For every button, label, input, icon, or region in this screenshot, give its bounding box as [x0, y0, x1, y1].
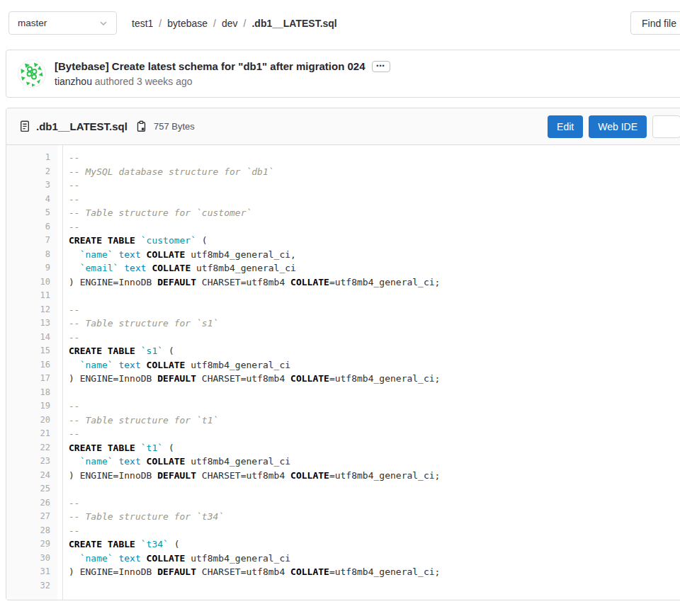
code-token: -- Table structure for `s1`: [69, 318, 218, 329]
find-file-button[interactable]: Find file: [630, 11, 680, 35]
code-token: ) ENGINE=InnoDB: [69, 470, 157, 481]
line-number[interactable]: 26: [6, 496, 57, 511]
code-token: [135, 346, 141, 356]
breadcrumb-item[interactable]: test1: [132, 18, 153, 29]
code-token: [135, 539, 141, 549]
code-line: --: [69, 331, 680, 345]
code-token: CREATE TABLE: [69, 346, 135, 356]
clipboard-icon: [136, 120, 147, 132]
code-token: [69, 249, 80, 260]
code-line: `name` text COLLATE utf8mb4_general_ci: [69, 358, 680, 372]
line-number[interactable]: 23: [6, 455, 57, 469]
line-number[interactable]: 21: [6, 427, 57, 441]
line-number[interactable]: 14: [6, 331, 57, 345]
code-token: `name`: [80, 553, 113, 564]
line-number[interactable]: 16: [6, 358, 57, 372]
line-number[interactable]: 28: [6, 524, 57, 538]
code-token: `name`: [80, 360, 113, 370]
line-number[interactable]: 8: [6, 248, 57, 262]
commit-expander-button[interactable]: •••: [372, 61, 390, 72]
code-token: CREATE TABLE: [69, 539, 135, 549]
line-number[interactable]: 29: [6, 537, 57, 552]
code-line: --: [69, 399, 680, 413]
code-token: utf8mb4_general_ci: [185, 553, 290, 564]
line-number[interactable]: 30: [6, 552, 57, 566]
code-token: --: [69, 332, 80, 343]
breadcrumb-item[interactable]: bytebase: [167, 18, 208, 29]
commit-title: [Bytebase] Create latest schema for "db1…: [55, 60, 366, 72]
code-token: -- Table structure for `customer`: [69, 207, 251, 218]
code-line: -- Table structure for `t1`: [69, 413, 680, 428]
line-number[interactable]: 3: [6, 178, 57, 193]
more-actions-button[interactable]: [652, 115, 680, 138]
line-number[interactable]: 10: [6, 275, 57, 290]
line-number[interactable]: 32: [6, 579, 57, 593]
code-token: COLLATE: [147, 456, 186, 467]
code-token: utf8mb4_general_ci: [191, 263, 296, 273]
line-number[interactable]: 9: [6, 261, 57, 275]
code-line: CREATE TABLE `customer` (: [69, 234, 680, 248]
line-number[interactable]: 7: [6, 234, 57, 248]
edit-button[interactable]: Edit: [548, 115, 583, 138]
line-number[interactable]: 22: [6, 441, 57, 455]
commit-author[interactable]: tianzhou: [55, 76, 92, 87]
code-token: ) ENGINE=InnoDB: [69, 566, 157, 577]
code-token: `t34`: [141, 539, 169, 549]
line-number[interactable]: 18: [6, 386, 57, 400]
line-number[interactable]: 6: [6, 220, 57, 234]
code-token: CHARSET=utf8mb4: [196, 566, 290, 577]
line-number[interactable]: 31: [6, 565, 57, 579]
code-token: =utf8mb4_general_ci;: [329, 277, 441, 287]
line-number[interactable]: 19: [6, 399, 57, 413]
code-token: --: [69, 180, 80, 190]
line-number[interactable]: 15: [6, 344, 57, 358]
branch-selector[interactable]: master: [8, 11, 117, 35]
code-token: text: [124, 263, 146, 273]
code-token: CHARSET=utf8mb4: [196, 277, 290, 287]
commit-authored-text: authored 3 weeks ago: [92, 76, 193, 87]
code-line: -- Table structure for `t34`: [69, 510, 680, 524]
line-number[interactable]: 2: [6, 165, 57, 179]
code-line: `name` text COLLATE utf8mb4_general_ci: [69, 455, 680, 469]
code-line: [69, 482, 680, 496]
code-token: [141, 249, 147, 260]
code-token: utf8mb4_general_ci: [185, 456, 290, 467]
code-token: DEFAULT: [157, 566, 196, 577]
line-number[interactable]: 5: [6, 206, 57, 220]
code-line: `name` text COLLATE utf8mb4_general_ci: [69, 552, 680, 566]
code-token: --: [69, 152, 80, 163]
code-line: -- Table structure for `customer`: [69, 206, 680, 220]
line-number[interactable]: 11: [6, 289, 57, 303]
code-token: (: [169, 539, 180, 549]
line-number[interactable]: 12: [6, 303, 57, 317]
line-number[interactable]: 25: [6, 482, 57, 496]
line-number[interactable]: 20: [6, 413, 57, 428]
breadcrumb-current-file: .db1__LATEST.sql: [251, 18, 336, 29]
code-line: ) ENGINE=InnoDB DEFAULT CHARSET=utf8mb4 …: [69, 469, 680, 483]
web-ide-button[interactable]: Web IDE: [589, 115, 647, 138]
code-token: text: [118, 360, 140, 370]
line-number[interactable]: 13: [6, 316, 57, 331]
breadcrumb-item[interactable]: dev: [222, 18, 238, 29]
code-token: =utf8mb4_general_ci;: [329, 566, 441, 577]
code-token: (: [163, 443, 174, 453]
branch-selector-value: master: [18, 18, 47, 28]
code-token: CHARSET=utf8mb4: [196, 373, 290, 384]
code-line: ) ENGINE=InnoDB DEFAULT CHARSET=utf8mb4 …: [69, 565, 680, 579]
line-number[interactable]: 17: [6, 372, 57, 386]
code-line: --: [69, 151, 680, 165]
line-number[interactable]: 24: [6, 469, 57, 483]
line-number[interactable]: 27: [6, 510, 57, 524]
line-numbers-gutter: 1234567891011121314151617181920212223242…: [6, 145, 57, 600]
code-line: CREATE TABLE `s1` (: [69, 344, 680, 358]
code-token: --: [69, 401, 80, 411]
line-number[interactable]: 4: [6, 193, 57, 207]
code-token: COLLATE: [290, 373, 329, 384]
code-line: [69, 386, 680, 400]
copy-file-path-button[interactable]: [136, 120, 147, 132]
code-token: --: [69, 525, 80, 536]
code-token: (: [196, 235, 208, 246]
line-number[interactable]: 1: [6, 151, 57, 165]
code-token: `email`: [80, 263, 119, 273]
code-token: `customer`: [141, 235, 196, 246]
